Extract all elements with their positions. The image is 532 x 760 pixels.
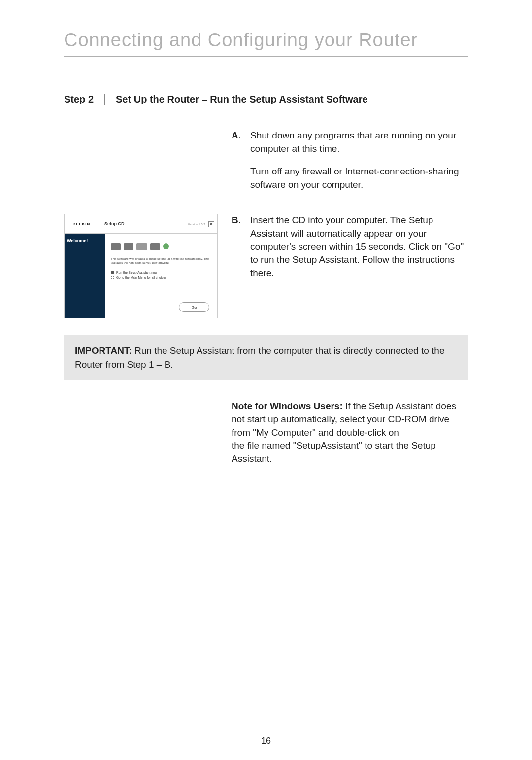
instruction-a: A. Shut down any programs that are runni… — [232, 129, 468, 201]
mini-title-text: Setup CD — [104, 221, 125, 227]
mini-radio-1: Run the Setup Assistant now — [111, 270, 211, 275]
note-label: Note for Windows Users: — [232, 401, 343, 411]
go-button: Go — [179, 302, 209, 312]
page-title: Connecting and Configuring your Router — [64, 30, 468, 57]
instruction-a-text: Shut down any programs that are running … — [250, 129, 468, 201]
modem-icon — [150, 243, 160, 250]
mini-description: This software was created to make settin… — [111, 257, 211, 265]
important-label: IMPORTANT: — [75, 345, 132, 356]
router-icon — [136, 243, 147, 250]
mini-radio-2: Go to the Main Menu for all choices — [111, 276, 211, 280]
close-icon: ✕ — [208, 221, 214, 227]
instructions: A. Shut down any programs that are runni… — [232, 129, 468, 322]
mini-brand: BELKIN. — [65, 214, 100, 233]
globe-icon — [163, 243, 169, 249]
step-title: Set Up the Router – Run the Setup Assist… — [105, 94, 368, 105]
important-box: IMPORTANT: Run the Setup Assistant from … — [64, 335, 468, 380]
monitor-icon — [111, 243, 121, 250]
setup-cd-screenshot: BELKIN. Setup CD Version 1.0.2 ✕ Welcome… — [64, 214, 218, 318]
instruction-b-text: Insert the CD into your computer. The Se… — [250, 214, 468, 322]
instruction-b-letter: B. — [232, 214, 250, 322]
mini-version: Version 1.0.2 — [188, 223, 205, 226]
windows-note: Note for Windows Users: If the Setup Ass… — [232, 400, 468, 465]
mini-sidebar: Welcome! — [65, 234, 105, 318]
instruction-a-letter: A. — [232, 129, 250, 201]
step-header: Step 2 Set Up the Router – Run the Setup… — [64, 94, 468, 109]
note-text2: the file named "SetupAssistant" to start… — [232, 440, 436, 464]
instruction-a-p2: Turn off any firewall or Internet-connec… — [250, 165, 468, 191]
page-number: 16 — [0, 736, 532, 746]
instruction-a-p1: Shut down any programs that are running … — [250, 129, 468, 155]
instruction-b: BELKIN. Setup CD Version 1.0.2 ✕ Welcome… — [232, 214, 468, 322]
instruction-b-p1: Insert the CD into your computer. The Se… — [250, 214, 468, 279]
step-label: Step 2 — [64, 94, 105, 105]
laptop-icon — [124, 243, 133, 250]
device-icons — [111, 243, 211, 250]
